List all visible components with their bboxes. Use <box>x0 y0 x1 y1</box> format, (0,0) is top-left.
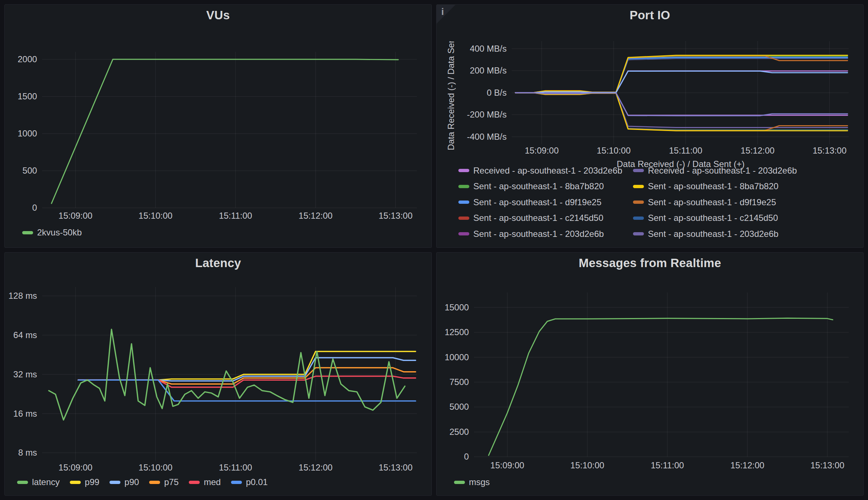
legend-label: p75 <box>164 477 179 487</box>
legend-label: Sent - ap-southeast-1 - c2145d50 <box>473 213 604 223</box>
legend-item[interactable]: Sent - ap-southeast-1 - d9f19e25 <box>458 194 633 210</box>
legend-label: p99 <box>85 477 99 487</box>
legend-item[interactable]: Sent - ap-southeast-1 - 8ba7b820 <box>458 179 633 195</box>
y-tick-label: 0 <box>464 452 469 461</box>
legend-item[interactable]: Sent - ap-southeast-1 - c2145d50 <box>458 210 633 226</box>
panel-title-latency[interactable]: Latency <box>5 256 431 270</box>
vus-chart[interactable]: 200015001000500015:09:0015:10:0015:11:00… <box>5 5 431 247</box>
series-line <box>515 71 848 93</box>
series-line <box>515 93 848 130</box>
series-line <box>515 93 848 130</box>
x-tick-label: 15:10:00 <box>139 463 172 472</box>
series-line <box>515 93 848 128</box>
y-tick-label: 2000 <box>18 54 37 64</box>
x-tick-label: 15:11:00 <box>219 463 252 472</box>
x-tick-label: 15:11:00 <box>219 211 252 221</box>
legend-item[interactable]: Sent - ap-southeast-1 - d9f19e25 <box>633 194 797 210</box>
series-line <box>515 58 848 93</box>
legend-label: p90 <box>124 477 139 487</box>
y-tick-label: 5000 <box>450 402 469 412</box>
series-line <box>78 380 416 401</box>
legend-swatch-icon <box>633 201 644 204</box>
y-tick-label: 64 ms <box>13 330 37 340</box>
series-line <box>515 93 848 131</box>
x-tick-label: 15:10:00 <box>570 460 604 470</box>
legend-swatch-icon <box>149 481 160 484</box>
legend-item[interactable]: p75 <box>149 477 179 487</box>
x-tick-label: 15:10:00 <box>597 146 630 155</box>
series-line <box>515 56 848 93</box>
panel-title-port-io[interactable]: Port IO <box>437 8 863 22</box>
legend-swatch-icon <box>633 217 644 220</box>
legend-label: latency <box>32 477 60 487</box>
x-tick-label: 15:13:00 <box>379 211 413 221</box>
legend-item[interactable]: p99 <box>70 477 99 487</box>
y-tick-label: 8 ms <box>18 448 37 457</box>
panel-port-io: i Port IO Data Received (-) / Data Sent … <box>436 4 864 248</box>
series-line <box>515 58 848 93</box>
legend-swatch-icon <box>633 169 644 172</box>
legend-swatch-icon <box>110 481 120 484</box>
panel-info-corner[interactable] <box>437 5 455 24</box>
port-io-legend-right: Received - ap-southeast-1 - 203d2e6bSent… <box>633 163 797 242</box>
x-tick-label: 15:11:00 <box>651 460 684 470</box>
x-tick-label: 15:13:00 <box>813 146 847 155</box>
latency-chart[interactable]: 128 ms64 ms32 ms16 ms8 ms15:09:0015:10:0… <box>5 253 431 495</box>
legend-item[interactable]: 2kvus-50kb <box>22 227 82 238</box>
legend-label: med <box>204 477 221 487</box>
legend-swatch-icon <box>633 232 644 235</box>
legend-label: Received - ap-southeast-1 - 203d2e6b <box>648 166 797 176</box>
panel-title-vus[interactable]: VUs <box>5 8 431 22</box>
series-line <box>515 58 848 92</box>
legend-item[interactable]: med <box>189 477 221 487</box>
panel-title-messages[interactable]: Messages from Realtime <box>437 256 863 270</box>
port-io-legend: Received - ap-southeast-1 - 203d2e6bSent… <box>458 163 797 242</box>
vus-legend: 2kvus-50kb <box>22 227 82 238</box>
x-tick-label: 15:09:00 <box>525 146 558 155</box>
y-tick-label: 200 MB/s <box>470 66 506 75</box>
y-tick-label: 10000 <box>445 352 469 362</box>
y-tick-label: -200 MB/s <box>467 110 507 119</box>
legend-item[interactable]: Received - ap-southeast-1 - 203d2e6b <box>633 163 797 179</box>
x-tick-label: 15:09:00 <box>490 460 524 470</box>
x-tick-label: 15:12:00 <box>741 146 775 155</box>
series-line <box>489 318 833 455</box>
messages-legend: msgs <box>454 477 490 487</box>
x-tick-label: 15:13:00 <box>811 460 844 470</box>
y-tick-label: 12500 <box>445 327 469 337</box>
legend-item[interactable]: msgs <box>454 477 490 487</box>
y-tick-label: 32 ms <box>13 369 37 379</box>
latency-legend: latencyp99p90p75medp0.01 <box>17 477 268 487</box>
x-tick-label: 15:11:00 <box>669 146 702 155</box>
x-tick-label: 15:13:00 <box>379 463 413 472</box>
legend-item[interactable]: p0.01 <box>231 477 268 487</box>
series-line <box>515 56 848 93</box>
grafana-dashboard: VUs 200015001000500015:09:0015:10:0015:1… <box>0 0 868 500</box>
legend-item[interactable]: latency <box>17 477 60 487</box>
legend-item[interactable]: Sent - ap-southeast-1 - 8ba7b820 <box>633 179 797 195</box>
y-tick-label: 0 B/s <box>487 88 507 98</box>
legend-label: Sent - ap-southeast-1 - 8ba7b820 <box>648 181 779 191</box>
y-tick-label: 1000 <box>18 128 37 138</box>
legend-swatch-icon <box>458 169 469 172</box>
legend-label: Sent - ap-southeast-1 - c2145d50 <box>648 213 778 223</box>
legend-item[interactable]: p90 <box>110 477 139 487</box>
legend-swatch-icon <box>633 185 644 188</box>
messages-chart[interactable]: 150001250010000750050002500015:09:0015:1… <box>437 253 863 495</box>
y-tick-label: 7500 <box>450 377 469 387</box>
legend-item[interactable]: Sent - ap-southeast-1 - 203d2e6b <box>633 226 797 242</box>
x-tick-label: 15:10:00 <box>139 211 172 221</box>
y-axis-label: Data Received (-) / Data Sent (+ <box>445 41 458 150</box>
legend-item[interactable]: Sent - ap-southeast-1 - 203d2e6b <box>458 226 633 242</box>
y-tick-label: -400 MB/s <box>467 132 507 142</box>
legend-swatch-icon <box>189 481 200 484</box>
legend-item[interactable]: Sent - ap-southeast-1 - c2145d50 <box>633 210 797 226</box>
legend-item[interactable]: Received - ap-southeast-1 - 203d2e6b <box>458 163 633 179</box>
series-line <box>51 59 398 203</box>
series-line <box>515 93 848 131</box>
legend-label: Sent - ap-southeast-1 - d9f19e25 <box>648 197 776 207</box>
legend-label: Sent - ap-southeast-1 - 203d2e6b <box>473 229 604 239</box>
panel-latency: Latency 128 ms64 ms32 ms16 ms8 ms15:09:0… <box>4 252 432 496</box>
legend-swatch-icon <box>231 481 242 484</box>
x-tick-label: 15:09:00 <box>59 463 92 472</box>
